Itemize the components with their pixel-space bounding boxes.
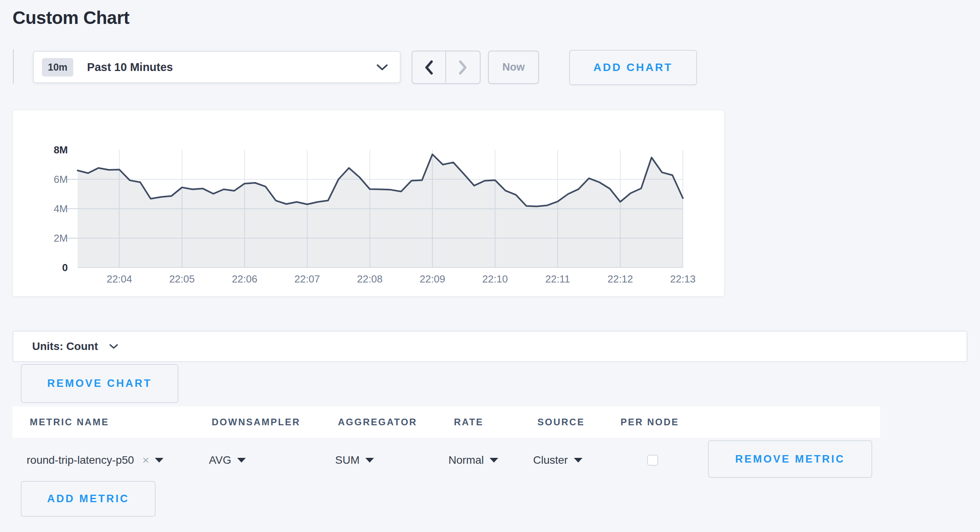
rate-value: Normal bbox=[448, 454, 484, 466]
remove-metric-button[interactable]: REMOVE METRIC bbox=[708, 440, 872, 478]
column-header-source: SOURCE bbox=[537, 417, 585, 428]
x-axis-tick-label: 22:09 bbox=[420, 273, 445, 285]
downsampler-select[interactable]: AVG bbox=[209, 453, 246, 467]
x-axis-tick-label: 22:13 bbox=[670, 273, 695, 285]
time-pager bbox=[412, 51, 481, 84]
now-button[interactable]: Now bbox=[488, 51, 539, 84]
y-axis-tick-label: 4M bbox=[13, 202, 68, 215]
column-header-downsampler: DOWNSAMPLER bbox=[212, 417, 300, 428]
rate-select[interactable]: Normal bbox=[448, 453, 498, 467]
y-axis-tick-label: 8M bbox=[13, 144, 68, 156]
chevron-right-icon bbox=[459, 60, 467, 75]
x-axis-tick-label: 22:04 bbox=[107, 273, 132, 285]
metrics-table-header: METRIC NAME DOWNSAMPLER AGGREGATOR RATE … bbox=[13, 406, 880, 438]
per-node-checkbox[interactable] bbox=[647, 455, 658, 466]
toolbar-divider bbox=[13, 49, 14, 84]
x-axis-tick-label: 22:08 bbox=[357, 273, 383, 285]
x-axis-tick-label: 22:11 bbox=[545, 273, 570, 285]
metric-name-value: round-trip-latency-p50 bbox=[27, 454, 134, 466]
x-axis-tick-label: 22:10 bbox=[482, 273, 508, 285]
add-chart-button[interactable]: ADD CHART bbox=[569, 50, 697, 85]
series-area-fill bbox=[78, 154, 683, 268]
aggregator-value: SUM bbox=[335, 454, 359, 466]
x-axis-tick-label: 22:06 bbox=[232, 273, 257, 285]
column-header-metric-name: METRIC NAME bbox=[30, 417, 109, 428]
clear-metric-icon[interactable]: × bbox=[142, 454, 149, 467]
chevron-left-icon bbox=[425, 60, 433, 75]
column-header-aggregator: AGGREGATOR bbox=[338, 417, 417, 428]
metric-name-select[interactable]: round-trip-latency-p50 × bbox=[27, 453, 163, 467]
units-dropdown[interactable]: Units: Count bbox=[13, 331, 967, 362]
column-header-per-node: PER NODE bbox=[621, 417, 679, 428]
x-axis-tick-label: 22:05 bbox=[169, 273, 195, 285]
aggregator-select[interactable]: SUM bbox=[335, 453, 374, 467]
timeseries-area-chart[interactable] bbox=[78, 150, 683, 268]
x-axis-tick-label: 22:12 bbox=[608, 273, 633, 285]
next-time-button[interactable] bbox=[446, 51, 480, 83]
caret-down-icon bbox=[574, 458, 583, 463]
add-metric-button[interactable]: ADD METRIC bbox=[21, 481, 156, 517]
source-select[interactable]: Cluster bbox=[533, 453, 583, 467]
time-window-badge: 10m bbox=[42, 58, 73, 77]
time-range-dropdown[interactable]: 10m Past 10 Minutes bbox=[33, 51, 401, 83]
time-window-label: Past 10 Minutes bbox=[87, 61, 173, 74]
units-label: Units: Count bbox=[32, 340, 98, 353]
prev-time-button[interactable] bbox=[412, 51, 446, 83]
y-axis-tick-label: 0 bbox=[13, 261, 68, 274]
y-axis-tick-label: 2M bbox=[13, 232, 68, 244]
caret-down-icon bbox=[365, 458, 374, 463]
source-value: Cluster bbox=[533, 454, 568, 466]
chart-card: 02M4M6M8M 22:0422:0522:0622:0722:0822:09… bbox=[13, 110, 724, 297]
chevron-down-icon bbox=[109, 344, 118, 349]
x-axis-tick-label: 22:07 bbox=[294, 273, 320, 285]
chevron-down-icon bbox=[376, 64, 388, 71]
caret-down-icon bbox=[155, 458, 163, 463]
column-header-rate: RATE bbox=[454, 417, 484, 428]
remove-chart-button[interactable]: REMOVE CHART bbox=[21, 364, 178, 403]
caret-down-icon bbox=[490, 458, 498, 463]
downsampler-value: AVG bbox=[209, 454, 231, 466]
y-axis-tick-label: 6M bbox=[13, 173, 68, 186]
caret-down-icon bbox=[237, 458, 246, 463]
page-title: Custom Chart bbox=[13, 7, 129, 28]
